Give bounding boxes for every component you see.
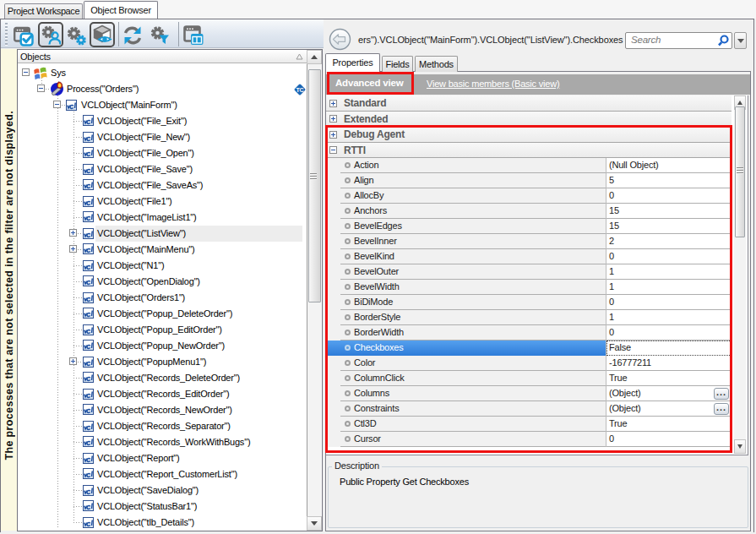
svg-text:TC: TC <box>296 87 304 93</box>
